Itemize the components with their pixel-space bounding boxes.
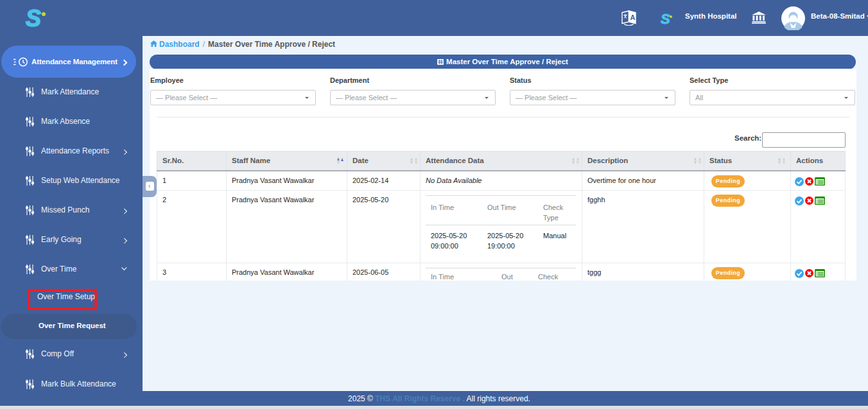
svg-text:A: A bbox=[630, 13, 635, 21]
